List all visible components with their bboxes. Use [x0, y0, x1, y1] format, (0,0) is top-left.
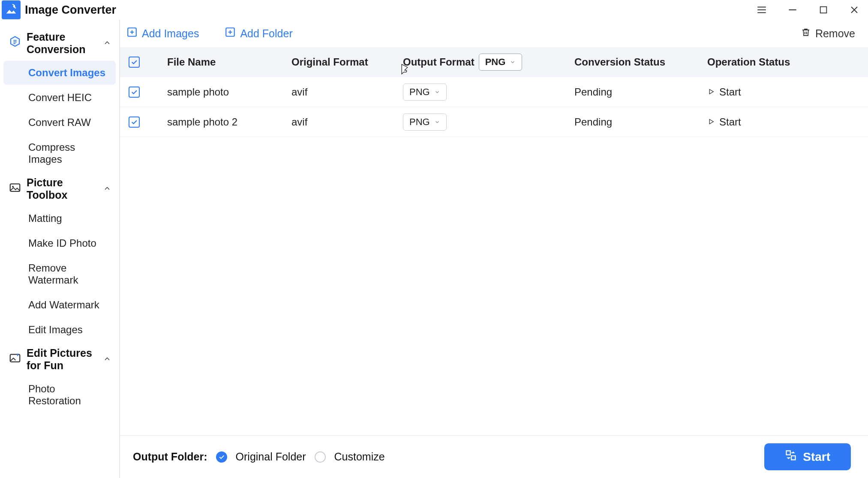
cell-conversion-status: Pending [574, 116, 707, 128]
row-start-button[interactable]: Start [707, 116, 836, 128]
cell-file-name: sample photo [167, 86, 291, 98]
sidebar: Feature Conversion Convert Images Conver… [0, 20, 120, 478]
sidebar-item-photo-restoration[interactable]: Photo Restoration [3, 377, 116, 413]
sidebar-group-label: Feature Conversion [27, 31, 103, 56]
sidebar-group-label: Picture Toolbox [27, 176, 103, 201]
svg-rect-8 [791, 456, 795, 460]
sidebar-item-make-id-photo[interactable]: Make ID Photo [3, 231, 116, 255]
sidebar-item-convert-images[interactable]: Convert Images [3, 61, 116, 85]
sidebar-group-feature-conversion[interactable]: Feature Conversion [0, 27, 119, 60]
chevron-down-icon [510, 57, 516, 68]
sidebar-group-label: Edit Pictures for Fun [27, 347, 103, 372]
play-icon [707, 116, 715, 128]
cell-file-name: sample photo 2 [167, 116, 291, 128]
sidebar-item-add-watermark[interactable]: Add Watermark [3, 293, 116, 317]
col-original-format: Original Format [291, 56, 403, 68]
svg-rect-4 [10, 354, 20, 362]
header-output-format-select[interactable]: PNG [479, 54, 523, 71]
convert-icon [785, 449, 797, 464]
output-folder-label: Output Folder: [133, 451, 207, 463]
add-image-icon [126, 27, 138, 40]
menu-icon[interactable] [756, 4, 768, 16]
cell-original-format: avif [291, 116, 403, 128]
row-checkbox[interactable] [129, 87, 140, 98]
col-file-name: File Name [167, 56, 291, 68]
minimize-icon[interactable] [787, 4, 799, 16]
close-icon[interactable] [848, 4, 860, 16]
sidebar-item-convert-heic[interactable]: Convert HEIC [3, 86, 116, 110]
svg-rect-2 [10, 184, 20, 191]
toolbox-icon [9, 181, 21, 197]
conversion-icon [9, 36, 21, 51]
fun-icon [9, 352, 21, 367]
start-button-label: Start [803, 450, 830, 464]
add-images-button[interactable]: Add Images [126, 27, 199, 40]
cell-conversion-status: Pending [574, 86, 707, 98]
radio-customize-label: Customize [334, 451, 385, 463]
row-start-button[interactable]: Start [707, 86, 836, 98]
add-folder-label: Add Folder [240, 27, 292, 40]
radio-customize[interactable] [315, 451, 326, 463]
sidebar-item-matting[interactable]: Matting [3, 206, 116, 230]
chevron-up-icon [103, 37, 111, 50]
chevron-up-icon [103, 183, 111, 195]
cell-original-format: avif [291, 86, 403, 98]
sidebar-group-picture-toolbox[interactable]: Picture Toolbox [0, 172, 119, 206]
sidebar-item-edit-images[interactable]: Edit Images [3, 318, 116, 342]
add-folder-icon [225, 27, 236, 40]
app-title: Image Converter [25, 3, 116, 17]
remove-button[interactable]: Remove [801, 27, 855, 40]
start-button[interactable]: Start [764, 443, 851, 470]
file-table: File Name Original Format Output Format … [120, 47, 868, 435]
col-conversion-status: Conversion Status [574, 56, 707, 68]
col-operation-status: Operation Status [707, 56, 836, 68]
add-images-label: Add Images [142, 27, 199, 40]
row-output-format-select[interactable]: PNG [403, 114, 447, 131]
chevron-down-icon [434, 117, 440, 128]
remove-label: Remove [815, 27, 855, 40]
trash-icon [801, 27, 811, 40]
main-panel: Add Images Add Folder Remove File N [120, 20, 868, 478]
play-icon [707, 86, 715, 98]
svg-rect-7 [787, 451, 790, 455]
col-output-format: Output Format PNG [403, 54, 574, 71]
chevron-up-icon [103, 353, 111, 366]
row-output-format-select[interactable]: PNG [403, 84, 447, 101]
svg-rect-1 [820, 7, 827, 13]
radio-original-folder[interactable] [216, 451, 227, 463]
footer: Output Folder: Original Folder Customize… [120, 435, 868, 478]
app-logo [2, 0, 21, 19]
maximize-icon[interactable] [817, 4, 829, 16]
table-row: sample photo 2 avif PNG Pending Start [120, 107, 868, 137]
select-all-checkbox[interactable] [129, 57, 140, 68]
row-checkbox[interactable] [129, 117, 140, 128]
table-row: sample photo avif PNG Pending Start [120, 77, 868, 107]
toolbar: Add Images Add Folder Remove [120, 20, 868, 47]
add-folder-button[interactable]: Add Folder [225, 27, 292, 40]
table-header-row: File Name Original Format Output Format … [120, 47, 868, 77]
sidebar-group-edit-pictures-fun[interactable]: Edit Pictures for Fun [0, 343, 119, 376]
titlebar: Image Converter [0, 0, 868, 20]
sidebar-item-compress-images[interactable]: Compress Images [3, 135, 116, 171]
radio-original-folder-label: Original Folder [236, 451, 306, 463]
chevron-down-icon [434, 87, 440, 98]
sidebar-item-convert-raw[interactable]: Convert RAW [3, 111, 116, 134]
sidebar-item-remove-watermark[interactable]: Remove Watermark [3, 256, 116, 292]
titlebar-controls [756, 4, 860, 16]
titlebar-left: Image Converter [2, 0, 116, 19]
